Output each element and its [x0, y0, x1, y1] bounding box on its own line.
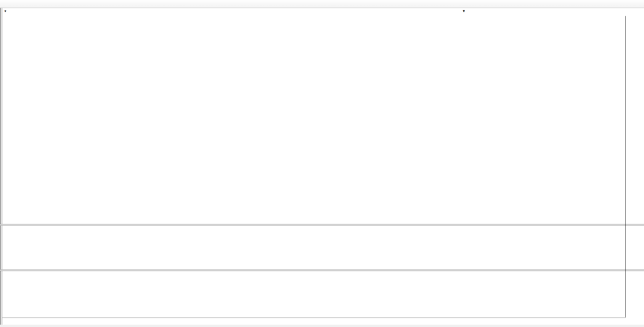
price-axis-line [625, 16, 626, 317]
main-chart-canvas[interactable] [2, 16, 625, 224]
mt4-application: ▼ ▼ [0, 0, 644, 327]
macd-canvas[interactable] [2, 226, 625, 269]
main-toolbar [0, 0, 644, 8]
rsi-indicator-label [3, 272, 5, 276]
macd-indicator-label [3, 226, 5, 231]
chart-window: ▼ ▼ [0, 8, 644, 327]
chart-shift-marker-icon[interactable]: ▼ [462, 9, 466, 13]
chevron-down-icon[interactable]: ▼ [4, 10, 7, 13]
window-bottom-strip [0, 325, 644, 327]
chart-title: ▼ [4, 10, 11, 13]
rsi-canvas[interactable] [2, 271, 625, 317]
